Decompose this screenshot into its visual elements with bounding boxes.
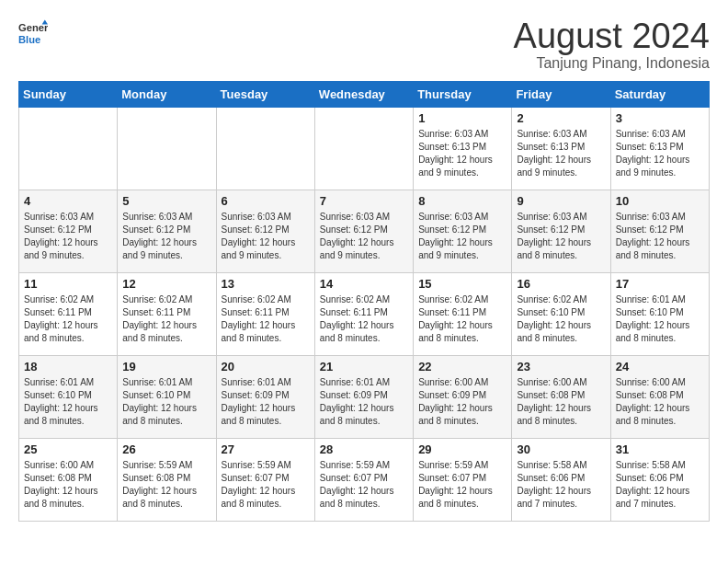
calendar-cell: 17Sunrise: 6:01 AM Sunset: 6:10 PM Dayli… xyxy=(610,273,709,356)
calendar-cell: 10Sunrise: 6:03 AM Sunset: 6:12 PM Dayli… xyxy=(610,190,709,273)
day-number: 21 xyxy=(320,360,408,373)
day-number: 19 xyxy=(122,360,210,373)
day-detail: Sunrise: 6:03 AM Sunset: 6:12 PM Dayligh… xyxy=(418,211,506,262)
day-detail: Sunrise: 5:58 AM Sunset: 6:06 PM Dayligh… xyxy=(517,459,605,511)
day-number: 27 xyxy=(222,442,310,456)
day-number: 13 xyxy=(222,277,310,291)
day-number: 7 xyxy=(320,194,408,208)
day-detail: Sunrise: 6:03 AM Sunset: 6:12 PM Dayligh… xyxy=(320,211,408,262)
day-number: 30 xyxy=(517,442,605,456)
weekday-header-saturday: Saturday xyxy=(610,82,709,108)
day-number: 29 xyxy=(418,442,506,456)
day-detail: Sunrise: 6:03 AM Sunset: 6:13 PM Dayligh… xyxy=(616,128,704,179)
calendar-week-row: 4Sunrise: 6:03 AM Sunset: 6:12 PM Daylig… xyxy=(19,190,710,273)
day-detail: Sunrise: 6:00 AM Sunset: 6:09 PM Dayligh… xyxy=(418,376,506,428)
calendar-cell: 23Sunrise: 6:00 AM Sunset: 6:08 PM Dayli… xyxy=(512,356,610,439)
month-title: August 2024 xyxy=(514,18,710,53)
day-detail: Sunrise: 5:59 AM Sunset: 6:07 PM Dayligh… xyxy=(222,459,310,511)
calendar-table: SundayMondayTuesdayWednesdayThursdayFrid… xyxy=(18,81,710,522)
calendar-cell: 16Sunrise: 6:02 AM Sunset: 6:10 PM Dayli… xyxy=(512,273,610,356)
weekday-header-wednesday: Wednesday xyxy=(314,82,413,108)
day-detail: Sunrise: 6:03 AM Sunset: 6:13 PM Dayligh… xyxy=(517,128,605,179)
calendar-cell: 1Sunrise: 6:03 AM Sunset: 6:13 PM Daylig… xyxy=(414,108,512,190)
day-number: 8 xyxy=(418,194,506,208)
calendar-cell: 15Sunrise: 6:02 AM Sunset: 6:11 PM Dayli… xyxy=(414,273,512,356)
page-header: General Blue August 2024 Tanjung Pinang,… xyxy=(18,18,710,72)
day-detail: Sunrise: 5:58 AM Sunset: 6:06 PM Dayligh… xyxy=(616,459,704,511)
calendar-cell: 8Sunrise: 6:03 AM Sunset: 6:12 PM Daylig… xyxy=(414,190,512,273)
calendar-week-row: 25Sunrise: 6:00 AM Sunset: 6:08 PM Dayli… xyxy=(19,439,710,522)
calendar-cell: 18Sunrise: 6:01 AM Sunset: 6:10 PM Dayli… xyxy=(19,356,118,439)
day-number: 15 xyxy=(418,277,506,291)
calendar-cell: 3Sunrise: 6:03 AM Sunset: 6:13 PM Daylig… xyxy=(610,108,709,190)
calendar-cell: 29Sunrise: 5:59 AM Sunset: 6:07 PM Dayli… xyxy=(414,439,512,522)
svg-text:Blue: Blue xyxy=(18,34,40,45)
day-number: 1 xyxy=(418,111,506,125)
day-number: 20 xyxy=(222,360,310,373)
day-detail: Sunrise: 6:01 AM Sunset: 6:10 PM Dayligh… xyxy=(122,376,210,428)
day-detail: Sunrise: 6:03 AM Sunset: 6:12 PM Dayligh… xyxy=(24,211,112,262)
weekday-header-monday: Monday xyxy=(118,82,216,108)
day-detail: Sunrise: 6:00 AM Sunset: 6:08 PM Dayligh… xyxy=(616,376,704,428)
day-number: 6 xyxy=(222,194,310,208)
calendar-cell: 5Sunrise: 6:03 AM Sunset: 6:12 PM Daylig… xyxy=(118,190,216,273)
day-detail: Sunrise: 6:01 AM Sunset: 6:09 PM Dayligh… xyxy=(320,376,408,428)
calendar-cell: 4Sunrise: 6:03 AM Sunset: 6:12 PM Daylig… xyxy=(19,190,118,273)
calendar-cell xyxy=(314,108,413,190)
calendar-cell: 25Sunrise: 6:00 AM Sunset: 6:08 PM Dayli… xyxy=(19,439,118,522)
weekday-header-friday: Friday xyxy=(512,82,610,108)
day-number: 23 xyxy=(517,360,605,373)
day-detail: Sunrise: 6:02 AM Sunset: 6:11 PM Dayligh… xyxy=(418,293,506,345)
calendar-cell: 26Sunrise: 5:59 AM Sunset: 6:08 PM Dayli… xyxy=(118,439,216,522)
day-number: 24 xyxy=(616,360,704,373)
calendar-cell: 11Sunrise: 6:02 AM Sunset: 6:11 PM Dayli… xyxy=(19,273,118,356)
day-detail: Sunrise: 6:03 AM Sunset: 6:12 PM Dayligh… xyxy=(122,211,210,262)
day-detail: Sunrise: 6:03 AM Sunset: 6:13 PM Dayligh… xyxy=(418,128,506,179)
calendar-cell: 20Sunrise: 6:01 AM Sunset: 6:09 PM Dayli… xyxy=(216,356,314,439)
day-detail: Sunrise: 5:59 AM Sunset: 6:07 PM Dayligh… xyxy=(320,459,408,511)
day-number: 17 xyxy=(616,277,704,291)
calendar-cell: 31Sunrise: 5:58 AM Sunset: 6:06 PM Dayli… xyxy=(610,439,709,522)
day-detail: Sunrise: 6:01 AM Sunset: 6:10 PM Dayligh… xyxy=(616,293,704,345)
day-detail: Sunrise: 6:02 AM Sunset: 6:11 PM Dayligh… xyxy=(320,293,408,345)
calendar-week-row: 18Sunrise: 6:01 AM Sunset: 6:10 PM Dayli… xyxy=(19,356,710,439)
day-number: 22 xyxy=(418,360,506,373)
calendar-cell xyxy=(19,108,118,190)
calendar-cell: 13Sunrise: 6:02 AM Sunset: 6:11 PM Dayli… xyxy=(216,273,314,356)
day-number: 26 xyxy=(122,442,210,456)
logo-icon: General Blue xyxy=(18,18,48,48)
calendar-cell: 21Sunrise: 6:01 AM Sunset: 6:09 PM Dayli… xyxy=(314,356,413,439)
calendar-cell: 7Sunrise: 6:03 AM Sunset: 6:12 PM Daylig… xyxy=(314,190,413,273)
day-number: 11 xyxy=(24,277,112,291)
day-detail: Sunrise: 6:03 AM Sunset: 6:12 PM Dayligh… xyxy=(517,211,605,262)
title-block: August 2024 Tanjung Pinang, Indonesia xyxy=(514,18,710,72)
calendar-cell: 22Sunrise: 6:00 AM Sunset: 6:09 PM Dayli… xyxy=(414,356,512,439)
day-detail: Sunrise: 5:59 AM Sunset: 6:07 PM Dayligh… xyxy=(418,459,506,511)
calendar-cell: 19Sunrise: 6:01 AM Sunset: 6:10 PM Dayli… xyxy=(118,356,216,439)
calendar-cell xyxy=(216,108,314,190)
day-detail: Sunrise: 6:02 AM Sunset: 6:10 PM Dayligh… xyxy=(517,293,605,345)
day-number: 4 xyxy=(24,194,112,208)
day-detail: Sunrise: 6:03 AM Sunset: 6:12 PM Dayligh… xyxy=(616,211,704,262)
day-detail: Sunrise: 6:02 AM Sunset: 6:11 PM Dayligh… xyxy=(24,293,112,345)
day-detail: Sunrise: 6:01 AM Sunset: 6:10 PM Dayligh… xyxy=(24,376,112,428)
calendar-cell: 2Sunrise: 6:03 AM Sunset: 6:13 PM Daylig… xyxy=(512,108,610,190)
day-detail: Sunrise: 6:00 AM Sunset: 6:08 PM Dayligh… xyxy=(24,459,112,511)
calendar-week-row: 11Sunrise: 6:02 AM Sunset: 6:11 PM Dayli… xyxy=(19,273,710,356)
day-detail: Sunrise: 6:00 AM Sunset: 6:08 PM Dayligh… xyxy=(517,376,605,428)
day-number: 9 xyxy=(517,194,605,208)
day-detail: Sunrise: 6:02 AM Sunset: 6:11 PM Dayligh… xyxy=(222,293,310,345)
calendar-cell: 24Sunrise: 6:00 AM Sunset: 6:08 PM Dayli… xyxy=(610,356,709,439)
calendar-cell: 12Sunrise: 6:02 AM Sunset: 6:11 PM Dayli… xyxy=(118,273,216,356)
location: Tanjung Pinang, Indonesia xyxy=(514,55,710,72)
calendar-cell: 27Sunrise: 5:59 AM Sunset: 6:07 PM Dayli… xyxy=(216,439,314,522)
calendar-cell: 30Sunrise: 5:58 AM Sunset: 6:06 PM Dayli… xyxy=(512,439,610,522)
day-detail: Sunrise: 6:03 AM Sunset: 6:12 PM Dayligh… xyxy=(222,211,310,262)
day-number: 28 xyxy=(320,442,408,456)
logo: General Blue xyxy=(18,18,48,48)
day-number: 18 xyxy=(24,360,112,373)
day-detail: Sunrise: 5:59 AM Sunset: 6:08 PM Dayligh… xyxy=(122,459,210,511)
weekday-header-sunday: Sunday xyxy=(19,82,118,108)
day-number: 5 xyxy=(122,194,210,208)
weekday-header-thursday: Thursday xyxy=(414,82,512,108)
